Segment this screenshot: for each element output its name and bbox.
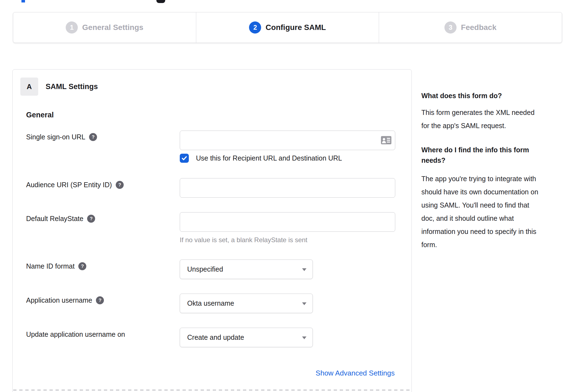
application-username-select[interactable]: Okta username	[180, 294, 313, 313]
relaystate-label-row: Default RelayState ?	[26, 215, 95, 223]
chevron-down-icon	[302, 302, 306, 305]
use-for-recipient-url-checkbox[interactable]	[180, 154, 189, 163]
audience-uri-label-row: Audience URI (SP Entity ID) ?	[26, 181, 124, 189]
show-advanced-settings-link[interactable]: Show Advanced Settings	[316, 369, 395, 377]
step-number-badge: 1	[66, 21, 78, 34]
panel-title: SAML Settings	[46, 82, 98, 91]
sidebar-body-what: This form generates the XML needed for t…	[421, 106, 567, 132]
relaystate-input[interactable]	[180, 212, 395, 232]
help-icon[interactable]: ?	[87, 215, 95, 223]
general-group-heading: General	[26, 111, 54, 119]
sidebar-heading-what: What does this form do?	[421, 90, 564, 101]
checkmark-icon	[181, 155, 187, 161]
relaystate-input-wrap	[180, 212, 395, 232]
section-dashed-divider	[13, 390, 411, 391]
contact-card-icon[interactable]	[381, 136, 391, 144]
sidebar-body-where: The app you're trying to integrate with …	[421, 172, 567, 251]
update-username-select[interactable]: Create and update	[180, 328, 313, 347]
step-number-badge: 3	[444, 21, 457, 34]
name-id-format-label-row: Name ID format ?	[26, 262, 86, 270]
help-icon[interactable]: ?	[89, 133, 97, 141]
step-label: General Settings	[82, 23, 143, 32]
step-number-badge: 2	[249, 21, 261, 34]
sso-url-input[interactable]	[180, 131, 395, 150]
name-id-format-select[interactable]: Unspecified	[180, 260, 313, 279]
sso-url-input-wrap	[180, 131, 395, 150]
saml-setup-screen: 1 General Settings 2 Configure SAML 3 Fe…	[0, 0, 575, 392]
help-icon[interactable]: ?	[78, 262, 86, 270]
audience-uri-label: Audience URI (SP Entity ID)	[26, 181, 112, 189]
saml-settings-panel: A SAML Settings General Single sign-on U…	[12, 69, 412, 392]
update-username-label: Update application username on	[26, 330, 125, 338]
update-username-label-row: Update application username on	[26, 330, 125, 338]
step-label: Configure SAML	[266, 23, 326, 32]
relaystate-hint: If no value is set, a blank RelayState i…	[180, 236, 307, 244]
step-general-settings[interactable]: 1 General Settings	[13, 12, 196, 43]
panel-header: A SAML Settings	[20, 78, 98, 96]
relaystate-label: Default RelayState	[26, 215, 83, 223]
cutoff-logo-fragment	[21, 0, 25, 2]
recipient-url-checkbox-label: Use this for Recipient URL and Destinati…	[196, 154, 342, 162]
audience-uri-input-wrap	[180, 178, 395, 198]
section-a-badge: A	[20, 78, 38, 96]
audience-uri-input[interactable]	[180, 178, 395, 198]
wizard-stepper: 1 General Settings 2 Configure SAML 3 Fe…	[13, 12, 562, 43]
sidebar-heading-where: Where do I find the info this form needs…	[421, 145, 564, 165]
help-icon[interactable]: ?	[116, 181, 124, 189]
recipient-url-checkbox-row: Use this for Recipient URL and Destinati…	[180, 154, 342, 163]
sso-url-label-row: Single sign-on URL ?	[26, 133, 97, 141]
help-icon[interactable]: ?	[96, 296, 104, 304]
chevron-down-icon	[302, 268, 306, 271]
cutoff-header-icon-fragment	[156, 0, 165, 3]
application-username-value: Okta username	[187, 299, 234, 307]
sso-url-label: Single sign-on URL	[26, 133, 85, 141]
name-id-format-label: Name ID format	[26, 262, 74, 270]
step-configure-saml[interactable]: 2 Configure SAML	[196, 12, 379, 43]
step-label: Feedback	[461, 23, 496, 32]
application-username-label-row: Application username ?	[26, 296, 104, 304]
application-username-label: Application username	[26, 296, 92, 304]
name-id-format-value: Unspecified	[187, 265, 223, 273]
update-username-value: Create and update	[187, 333, 244, 341]
step-feedback[interactable]: 3 Feedback	[379, 12, 562, 43]
chevron-down-icon	[302, 336, 306, 339]
